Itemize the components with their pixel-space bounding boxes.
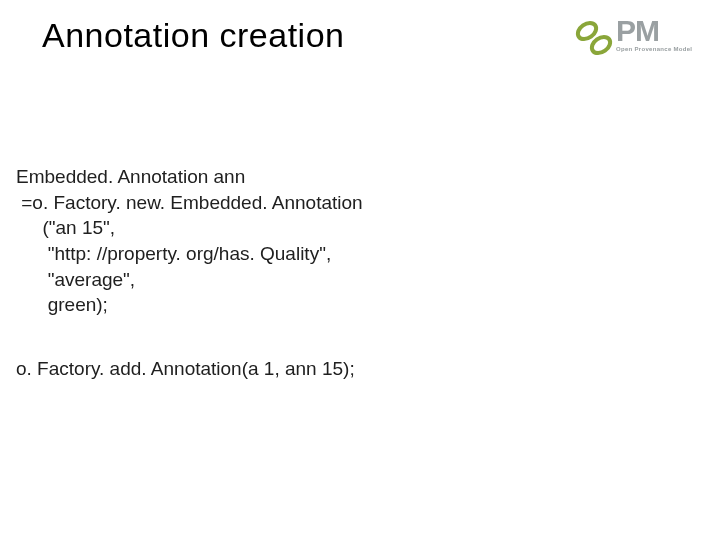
code-block-2: o. Factory. add. Annotation(a 1, ann 15)… (16, 358, 355, 380)
code-line: "average", (16, 267, 363, 293)
code-block-1: Embedded. Annotation ann =o. Factory. ne… (16, 164, 363, 318)
code-line: ("an 15", (16, 215, 363, 241)
code-line: green); (16, 292, 363, 318)
slide: Annotation creation PM Open Provenance M… (0, 0, 720, 540)
slide-title: Annotation creation (42, 16, 344, 55)
logo-text-big: PM (616, 14, 659, 48)
code-line: Embedded. Annotation ann (16, 164, 363, 190)
code-line: =o. Factory. new. Embedded. Annotation (16, 190, 363, 216)
chain-icon (572, 16, 616, 60)
opm-logo: PM Open Provenance Model (572, 16, 702, 66)
code-line: "http: //property. org/has. Quality", (16, 241, 363, 267)
logo-text-small: Open Provenance Model (616, 46, 692, 52)
